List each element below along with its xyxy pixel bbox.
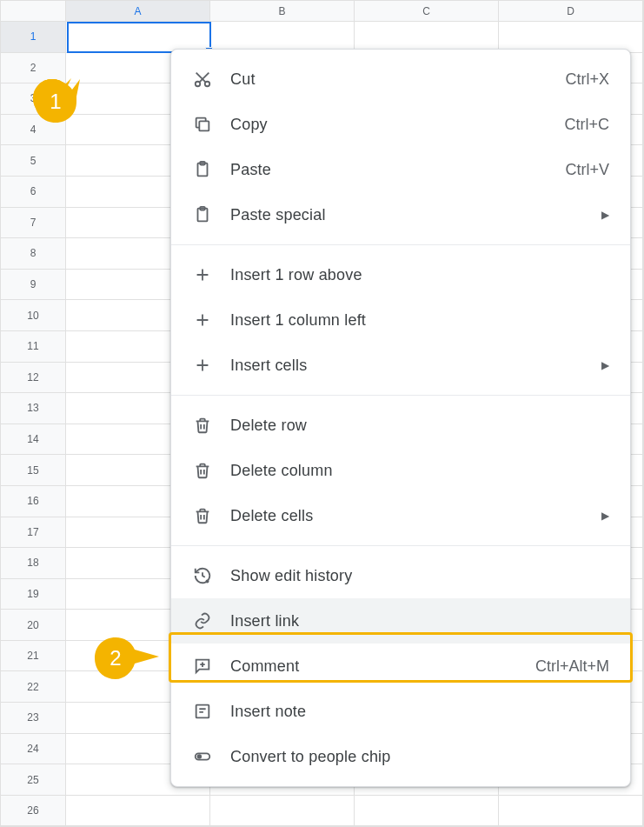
menu-cut-label: Cut <box>230 70 565 89</box>
link-icon <box>192 610 213 631</box>
paste-special-icon <box>192 204 213 225</box>
spreadsheet-window: A B C D 12345678910111213141516171819202… <box>0 0 644 827</box>
menu-separator <box>171 244 630 245</box>
menu-insert-row-above[interactable]: Insert 1 row above <box>171 252 630 297</box>
menu-insert-link[interactable]: Insert link <box>171 598 630 644</box>
menu-copy[interactable]: Copy Ctrl+C <box>171 102 630 147</box>
menu-separator <box>171 545 630 546</box>
svg-text:2: 2 <box>110 646 121 670</box>
menu-separator <box>171 395 630 396</box>
row-header-5[interactable]: 5 <box>1 145 66 177</box>
context-menu: Cut Ctrl+X Copy Ctrl+C Paste Ctrl+V Past… <box>170 49 631 787</box>
row-header-24[interactable]: 24 <box>1 734 66 765</box>
menu-delete-col[interactable]: Delete column <box>171 448 630 493</box>
menu-cut[interactable]: Cut Ctrl+X <box>171 57 630 102</box>
cell[interactable] <box>210 796 355 827</box>
menu-delete-col-label: Delete column <box>230 462 609 480</box>
trash-icon <box>192 505 213 526</box>
menu-paste[interactable]: Paste Ctrl+V <box>171 147 630 192</box>
plus-icon <box>192 264 213 285</box>
menu-insert-cells[interactable]: Insert cells ▶ <box>171 343 630 388</box>
menu-convert-people-chip-label: Convert to people chip <box>230 748 609 766</box>
step-callout-1-shape: 1 <box>31 77 83 130</box>
menu-insert-row-above-label: Insert 1 row above <box>230 266 609 284</box>
column-header-B[interactable]: B <box>210 1 355 22</box>
menu-delete-cells-label: Delete cells <box>230 507 594 525</box>
menu-delete-row[interactable]: Delete row <box>171 403 630 448</box>
menu-insert-col-left[interactable]: Insert 1 column left <box>171 297 630 343</box>
menu-paste-shortcut: Ctrl+V <box>565 161 609 179</box>
row-header-10[interactable]: 10 <box>1 300 66 331</box>
row-header-14[interactable]: 14 <box>1 424 66 456</box>
menu-delete-row-label: Delete row <box>230 417 609 435</box>
submenu-arrow-icon: ▶ <box>601 510 609 522</box>
svg-point-10 <box>206 580 208 582</box>
svg-point-13 <box>198 755 202 758</box>
menu-paste-special[interactable]: Paste special ▶ <box>171 192 630 237</box>
row-header-7[interactable]: 7 <box>1 208 66 239</box>
menu-insert-link-label: Insert link <box>230 612 609 630</box>
row-header-21[interactable]: 21 <box>1 641 66 672</box>
copy-icon <box>192 114 213 135</box>
menu-cut-shortcut: Ctrl+X <box>565 70 609 89</box>
row-header-25[interactable]: 25 <box>1 764 66 796</box>
column-header-D[interactable]: D <box>499 1 643 22</box>
menu-insert-note-label: Insert note <box>230 703 609 721</box>
menu-insert-note[interactable]: Insert note <box>171 689 630 734</box>
menu-copy-label: Copy <box>230 116 564 134</box>
row-header-19[interactable]: 19 <box>1 579 66 610</box>
plus-icon <box>192 355 213 376</box>
row-header-11[interactable]: 11 <box>1 331 66 363</box>
svg-point-3 <box>196 82 201 87</box>
column-header-C[interactable]: C <box>355 1 499 22</box>
row-header-23[interactable]: 23 <box>1 703 66 734</box>
row-header-17[interactable]: 17 <box>1 517 66 549</box>
row-header-9[interactable]: 9 <box>1 270 66 301</box>
menu-paste-special-label: Paste special <box>230 206 594 224</box>
paste-icon <box>192 159 213 180</box>
trash-icon <box>192 460 213 481</box>
svg-rect-5 <box>199 121 209 130</box>
row-header-26[interactable]: 26 <box>1 796 66 827</box>
svg-point-4 <box>205 82 210 87</box>
plus-icon <box>192 310 213 330</box>
menu-insert-cells-label: Insert cells <box>230 357 594 375</box>
menu-delete-cells[interactable]: Delete cells ▶ <box>171 493 630 538</box>
column-header-row: A B C D <box>1 1 643 22</box>
history-icon <box>192 565 213 586</box>
step-callout-2: 2 <box>91 630 161 683</box>
trash-icon <box>192 415 213 436</box>
menu-convert-people-chip[interactable]: Convert to people chip <box>171 734 630 779</box>
cell[interactable] <box>355 796 499 827</box>
row-header-1[interactable]: 1 <box>1 22 66 53</box>
row-header-18[interactable]: 18 <box>1 548 66 579</box>
row-header-16[interactable]: 16 <box>1 486 66 517</box>
column-header-A[interactable]: A <box>66 1 210 22</box>
select-all-corner[interactable] <box>1 1 66 22</box>
comment-icon <box>192 656 213 677</box>
menu-show-edit-history[interactable]: Show edit history <box>171 553 630 598</box>
row-header-6[interactable]: 6 <box>1 177 66 208</box>
row-header-20[interactable]: 20 <box>1 610 66 641</box>
menu-comment-shortcut: Ctrl+Alt+M <box>535 657 609 676</box>
cell[interactable] <box>499 796 643 827</box>
row-header-12[interactable]: 12 <box>1 363 66 394</box>
menu-insert-col-left-label: Insert 1 column left <box>230 311 609 330</box>
cell[interactable] <box>66 796 210 827</box>
menu-show-edit-history-label: Show edit history <box>230 567 609 585</box>
note-icon <box>192 701 213 722</box>
menu-comment[interactable]: Comment Ctrl+Alt+M <box>171 644 630 689</box>
row-header-15[interactable]: 15 <box>1 455 66 486</box>
cut-icon <box>192 69 213 90</box>
menu-copy-shortcut: Ctrl+C <box>564 116 609 134</box>
row-header-13[interactable]: 13 <box>1 393 66 424</box>
menu-comment-label: Comment <box>230 657 535 676</box>
submenu-arrow-icon: ▶ <box>601 359 609 371</box>
svg-text:1: 1 <box>50 90 61 113</box>
grid-row: 26 <box>1 796 643 827</box>
row-header-22[interactable]: 22 <box>1 671 66 703</box>
submenu-arrow-icon: ▶ <box>601 209 609 221</box>
row-header-8[interactable]: 8 <box>1 238 66 270</box>
people-chip-icon <box>192 746 213 767</box>
menu-paste-label: Paste <box>230 161 565 179</box>
